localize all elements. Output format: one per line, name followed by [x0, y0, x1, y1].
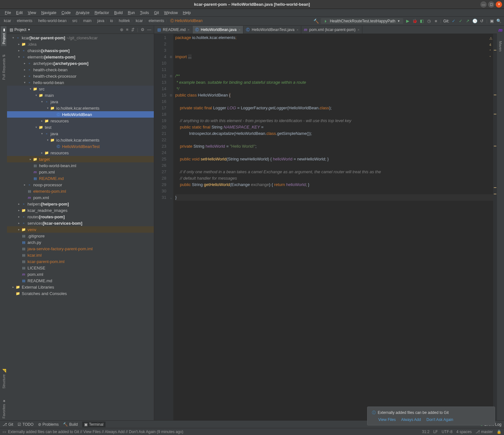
tree-readme-md[interactable]: ▤README.md	[7, 277, 154, 284]
git-update-icon[interactable]: ✓	[451, 19, 456, 23]
code-text[interactable]: package io.holitek.kcar.elements;import …	[173, 34, 493, 420]
git-commit-icon[interactable]: ✓	[458, 19, 463, 23]
tree-main[interactable]: ▾📁main	[7, 92, 154, 98]
menu-code[interactable]: Code	[59, 10, 73, 16]
breadcrumb-src[interactable]: src	[71, 19, 79, 23]
maven-label[interactable]: Maven	[498, 39, 503, 53]
code-area[interactable]: 1234101112131415161718192021222324252627…	[154, 34, 497, 420]
bottom-git[interactable]: ⎇ Git	[3, 422, 13, 427]
tab-helloworldbean-java[interactable]: ⒸHelloWorldBean.java×	[193, 26, 243, 34]
tree-hello-world-bean[interactable]: ▾▫hello-world-bean	[7, 79, 154, 86]
tree-arch-py[interactable]: ▤arch.py	[7, 239, 154, 245]
close-button[interactable]: ✕	[496, 1, 502, 8]
tree-pom-xml[interactable]: mpom.xml	[7, 169, 154, 175]
gear-icon[interactable]: ⚙	[141, 27, 145, 32]
tree-test[interactable]: ▾📁test	[7, 124, 154, 130]
tree-health-check-processor[interactable]: ▸▫health-check-processor	[7, 73, 154, 79]
tab-pom-xml--kcar-parent-pom-[interactable]: mpom.xml (kcar-parent-pom)×	[301, 26, 362, 34]
tree-noop-processor[interactable]: ▸▫noop-processor	[7, 182, 154, 188]
tree-helloworldbean[interactable]: ⒸHelloWorldBean	[7, 111, 154, 118]
menu-refactor[interactable]: Refactor	[92, 10, 111, 16]
breadcrumb-io[interactable]: io	[109, 19, 114, 23]
breadcrumb-elements[interactable]: elements	[16, 19, 34, 23]
notif-dont-ask[interactable]: Don't Ask Again	[427, 417, 453, 422]
breadcrumb-kcar[interactable]: kcar	[3, 19, 12, 23]
git-rollback-icon[interactable]: ↺	[479, 19, 484, 23]
menu-run[interactable]: Run	[126, 10, 137, 16]
git-branch[interactable]: ⎇ master	[476, 430, 493, 434]
tree-routes[interactable]: ▸▫routes [routes-pom]	[7, 214, 154, 220]
tree-java[interactable]: ▾▫java	[7, 130, 154, 137]
tree-archetypes[interactable]: ▸▫archetypes [archetypes-pom]	[7, 60, 154, 66]
run-icon[interactable]: ▶	[405, 19, 410, 23]
menu-file[interactable]: File	[3, 10, 13, 16]
bottom-terminal[interactable]: ▣ Terminal	[82, 422, 105, 427]
debug-icon[interactable]: 🐞	[412, 19, 417, 23]
tree-pom-xml[interactable]: mpom.xml	[7, 271, 154, 277]
bottom-problems[interactable]: ⊘ Problems	[38, 422, 59, 427]
breadcrumb-hello-world-bean[interactable]: hello-world-bean	[37, 19, 68, 23]
tree-java-service-factory-parent-pom-iml[interactable]: ▤java-service-factory-parent-pom.iml	[7, 245, 154, 252]
menu-window[interactable]: Window	[162, 10, 180, 16]
line-sep[interactable]: LF	[433, 430, 438, 434]
ide-settings-icon[interactable]: ▣	[489, 19, 494, 23]
tab-readme-md[interactable]: ▤README.md×	[155, 26, 193, 34]
menu-edit[interactable]: Edit	[14, 10, 25, 16]
structure-tab[interactable]: Structure 📐	[1, 367, 6, 391]
maven-tool-tab[interactable]: m	[499, 27, 502, 33]
tree-helpers[interactable]: ▸▫helpers [helpers-pom]	[7, 201, 154, 207]
build-icon[interactable]: 🔨	[313, 19, 319, 24]
git-push-icon[interactable]: ↗	[465, 19, 470, 23]
tree-elements[interactable]: ▾▫elements [elements-pom]	[7, 54, 154, 60]
error-stripe[interactable]: ⚠ 4 ˄ ˅	[493, 34, 497, 420]
tree-resources[interactable]: ▸📁resources	[7, 118, 154, 124]
collapse-icon[interactable]: ⇵	[131, 27, 135, 32]
tree-license[interactable]: ▤LICENSE	[7, 265, 154, 271]
menu-analyze[interactable]: Analyze	[74, 10, 92, 16]
hide-icon[interactable]: —	[147, 27, 151, 32]
tree-readme-md[interactable]: ▤README.md	[7, 175, 154, 182]
tree-hello-world-bean-iml[interactable]: ▤hello-world-bean.iml	[7, 162, 154, 169]
bottom-build[interactable]: 🔨 Build	[63, 422, 78, 427]
warnings-badge[interactable]: ⚠ 4 ˄ ˅	[489, 35, 492, 61]
tree-services[interactable]: ▸▫services [kcar-services-bom]	[7, 220, 154, 226]
tree-elements-pom-iml[interactable]: ▤elements-pom.iml	[7, 188, 154, 194]
favorites-tab[interactable]: Favorites ★	[1, 397, 6, 420]
tree-helloworldbeantest[interactable]: ⒸHelloWorldBeanTest	[7, 143, 154, 150]
menu-build[interactable]: Build	[112, 10, 125, 16]
tree-target[interactable]: ▸📁target	[7, 156, 154, 162]
tree-kcar-readme-images[interactable]: ▸📁kcar_readme_images	[7, 207, 154, 214]
breadcrumb-HelloWorldBean[interactable]: Ⓒ HelloWorldBean	[169, 19, 204, 23]
tree-kcar-iml[interactable]: ▤kcar.iml	[7, 252, 154, 258]
notif-always-add[interactable]: Always Add	[401, 417, 421, 422]
tree-resources[interactable]: ▸📁resources	[7, 150, 154, 156]
minimize-button[interactable]: —	[480, 1, 487, 8]
tree-kcar-parent-pom-iml[interactable]: ▤kcar-parent-pom.iml	[7, 258, 154, 265]
tree--idea[interactable]: ▸📁.idea	[7, 41, 154, 47]
tab-helloworldbeantest-java[interactable]: ⒸHelloWorldBeanTest.java×	[243, 26, 301, 34]
tree-java[interactable]: ▾▫java	[7, 98, 154, 105]
coverage-icon[interactable]: ◧	[419, 19, 424, 23]
project-view-selector[interactable]: ▤ Project ▼	[10, 27, 30, 32]
pull-requests-tab[interactable]: Pull Requests ⇅	[1, 52, 6, 82]
menu-navigate[interactable]: Navigate	[39, 10, 59, 16]
tree-scratches-and-consoles[interactable]: 📁Scratches and Consoles	[7, 290, 154, 297]
breadcrumb-elements[interactable]: elements	[147, 19, 166, 23]
status-icon[interactable]: ▭	[3, 430, 6, 434]
menu-help[interactable]: Help	[181, 10, 193, 16]
lock-icon[interactable]: 🔒	[497, 430, 501, 434]
stop-icon[interactable]: ■	[433, 19, 438, 23]
fold-gutter[interactable]: ⊞⊟⊟⌞	[169, 34, 173, 420]
encoding[interactable]: UTF-8	[442, 430, 453, 434]
tree-chassis[interactable]: ▸▫chassis [chassis-pom]	[7, 47, 154, 54]
tree-io-holitek-kcar-elements[interactable]: ▾📁io.holitek.kcar.elements	[7, 105, 154, 111]
expand-icon[interactable]: ≡	[126, 27, 129, 32]
tree--gitignore[interactable]: ▤.gitignore	[7, 233, 154, 239]
breadcrumb-main[interactable]: main	[82, 19, 93, 23]
git-history-icon[interactable]: 🕓	[472, 19, 477, 23]
menu-git[interactable]: Git	[152, 10, 161, 16]
maximize-button[interactable]: ◻	[488, 1, 494, 8]
bottom-todo[interactable]: ☑ TODO	[18, 422, 33, 427]
locate-icon[interactable]: ⊕	[120, 27, 123, 32]
run-config-selector[interactable]: ⏵ HealthCheckRouteTest.testHappyPath ▼	[321, 18, 403, 24]
